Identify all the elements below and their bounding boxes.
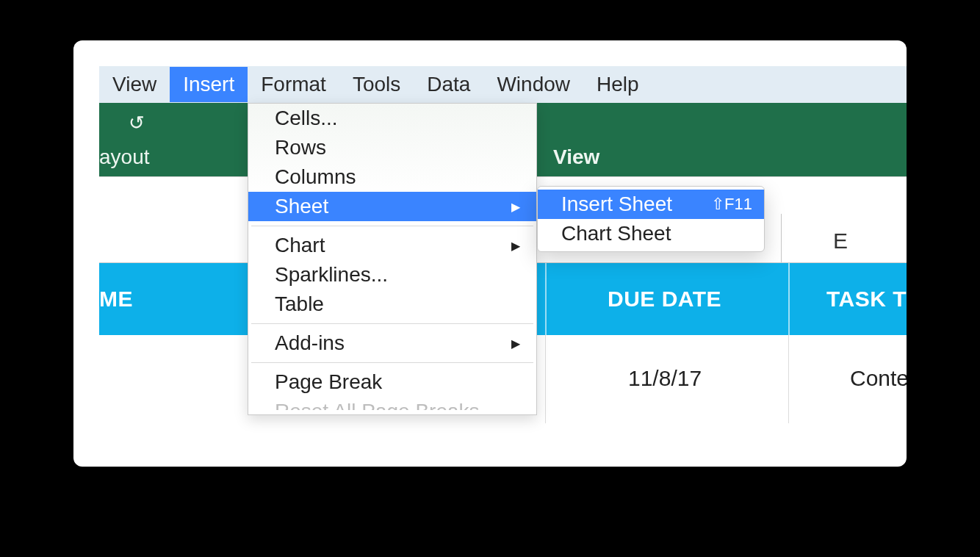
keyboard-shortcut: ⇧F11 xyxy=(711,195,752,214)
menu-item-rows[interactable]: Rows xyxy=(248,133,536,162)
menu-tools[interactable]: Tools xyxy=(339,67,414,102)
menu-item-chart[interactable]: Chart ▶ xyxy=(248,231,536,260)
ribbon-tab-view[interactable]: View xyxy=(553,145,599,169)
menu-window[interactable]: Window xyxy=(483,67,583,102)
col-separator xyxy=(545,263,547,335)
menu-item-reset-page-breaks: Reset All Page Breaks xyxy=(248,397,536,410)
menu-bar: View Insert Format Tools Data Window Hel… xyxy=(99,66,907,103)
menu-format[interactable]: Format xyxy=(248,67,339,102)
column-header-e[interactable]: E xyxy=(833,229,848,254)
th-task-partial: TASK T xyxy=(826,287,907,312)
menu-item-sparklines[interactable]: Sparklines... xyxy=(248,260,536,290)
menu-view[interactable]: View xyxy=(99,67,170,102)
th-name-partial: ME xyxy=(99,287,133,312)
submenu-item-label: Insert Sheet xyxy=(561,193,672,215)
sheet-submenu[interactable]: Insert Sheet ⇧F11 Chart Sheet xyxy=(537,186,765,252)
insert-dropdown[interactable]: Cells... Rows Columns Sheet ▶ Chart ▶ Sp… xyxy=(248,103,537,415)
menu-item-label: Add-ins xyxy=(275,331,345,354)
menu-item-label: Page Break xyxy=(275,370,382,393)
column-divider xyxy=(781,214,782,262)
menu-item-sheet[interactable]: Sheet ▶ xyxy=(248,192,536,221)
submenu-item-label: Chart Sheet xyxy=(561,222,671,245)
submenu-item-insert-sheet[interactable]: Insert Sheet ⇧F11 xyxy=(538,190,764,219)
menu-item-label: Columns xyxy=(275,165,356,188)
app-window: View Insert Format Tools Data Window Hel… xyxy=(73,66,907,467)
menu-item-label: Rows xyxy=(275,136,326,159)
submenu-arrow-icon: ▶ xyxy=(511,200,520,214)
screenshot-card: View Insert Format Tools Data Window Hel… xyxy=(73,40,907,467)
col-separator xyxy=(788,335,789,423)
submenu-item-chart-sheet[interactable]: Chart Sheet xyxy=(538,219,764,248)
menu-data[interactable]: Data xyxy=(414,67,483,102)
menu-item-cells[interactable]: Cells... xyxy=(248,104,536,133)
cell-due-date[interactable]: 11/8/17 xyxy=(628,366,702,391)
menu-item-label: Reset All Page Breaks xyxy=(275,400,480,410)
menu-item-label: Cells... xyxy=(275,107,338,129)
ribbon-tab-layout-partial[interactable]: ayout xyxy=(99,145,150,169)
menu-item-table[interactable]: Table xyxy=(248,290,536,319)
menu-item-label: Chart xyxy=(275,234,325,256)
undo-icon[interactable]: ↺ xyxy=(129,112,145,134)
th-due-date: DUE DATE xyxy=(608,287,721,312)
menu-item-addins[interactable]: Add-ins ▶ xyxy=(248,328,536,358)
col-separator xyxy=(788,263,790,335)
menu-item-label: Table xyxy=(275,292,324,315)
menu-insert[interactable]: Insert xyxy=(170,67,248,102)
submenu-arrow-icon: ▶ xyxy=(511,239,520,253)
menu-item-label: Sheet xyxy=(275,195,328,218)
cell-task-partial[interactable]: Conte xyxy=(850,366,907,391)
menu-separator xyxy=(251,362,533,363)
menu-item-columns[interactable]: Columns xyxy=(248,162,536,192)
menu-item-page-break[interactable]: Page Break xyxy=(248,367,536,397)
col-separator xyxy=(545,335,546,423)
menu-help[interactable]: Help xyxy=(583,67,652,102)
menu-item-label: Sparklines... xyxy=(275,263,388,286)
submenu-arrow-icon: ▶ xyxy=(511,337,520,351)
menu-separator xyxy=(251,323,533,324)
menu-separator xyxy=(251,226,533,226)
